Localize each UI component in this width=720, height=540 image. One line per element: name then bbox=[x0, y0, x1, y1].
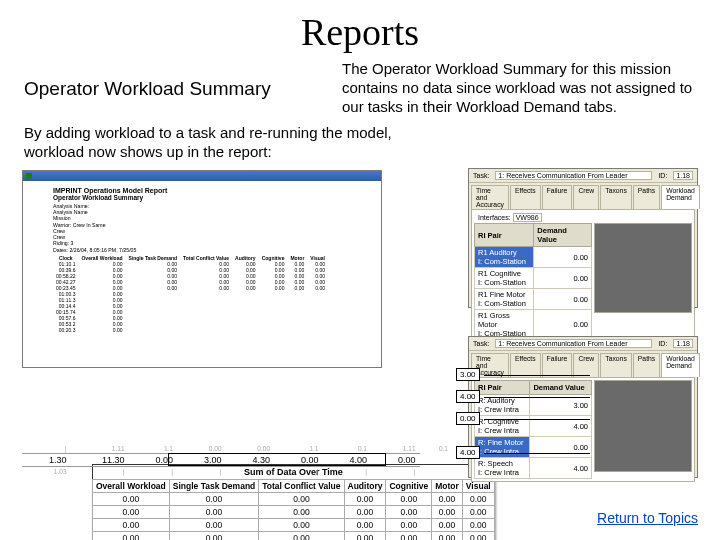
table-row[interactable]: R1 Fine Motor I: Com-Station0.00 bbox=[475, 289, 592, 310]
task-field[interactable]: 1: Receives Communication From Leader bbox=[495, 171, 652, 180]
interfaces-field[interactable]: VW986 bbox=[513, 213, 542, 222]
col-ri-pair: RI Pair bbox=[475, 224, 534, 247]
interfaces-label: Interfaces: bbox=[478, 214, 511, 221]
report-meta: Analysis Name:Analysis NameMissionWarrio… bbox=[27, 203, 377, 253]
description-text: The Operator Workload Summary for this m… bbox=[342, 60, 696, 116]
callout-line bbox=[484, 375, 590, 376]
spreadsheet-titlebar bbox=[23, 171, 381, 181]
table-row[interactable]: R1 Cognitive I: Com-Station0.00 bbox=[475, 268, 592, 289]
table-row[interactable]: R: Speech I: Crew Intra4.00 bbox=[475, 458, 592, 479]
task-label: Task: bbox=[473, 340, 489, 347]
report-title: IMPRINT Operations Model Report bbox=[27, 187, 377, 194]
tab-taxons[interactable]: Taxons bbox=[600, 185, 632, 209]
callout-line bbox=[484, 453, 590, 454]
id-label: ID: bbox=[658, 340, 667, 347]
id-label: ID: bbox=[658, 172, 667, 179]
summary-table: ClockOverall WorkloadSingle Task DemandT… bbox=[53, 255, 328, 333]
tab-taxons[interactable]: Taxons bbox=[600, 353, 632, 377]
tab-crew[interactable]: Crew bbox=[573, 353, 599, 377]
col-demand-value: Demand Value bbox=[530, 381, 592, 395]
return-to-topics-link[interactable]: Return to Topics bbox=[597, 510, 698, 526]
tab-workload-demand[interactable]: Workload Demand bbox=[661, 353, 700, 377]
value-picker-area[interactable] bbox=[594, 223, 692, 313]
tab-effects[interactable]: Effects bbox=[510, 185, 541, 209]
callout-value: 4.00 bbox=[456, 390, 480, 403]
tab-workload-demand[interactable]: Workload Demand bbox=[661, 185, 700, 209]
task-field[interactable]: 1: Receives Communication From Leader bbox=[495, 339, 652, 348]
page-title: Reports bbox=[0, 0, 720, 60]
callout-value: 0.00 bbox=[456, 412, 480, 425]
callout-line bbox=[484, 397, 590, 398]
spreadsheet-panel: IMPRINT Operations Model Report Operator… bbox=[22, 170, 392, 390]
callout-line bbox=[484, 419, 590, 420]
spreadsheet-window: IMPRINT Operations Model Report Operator… bbox=[22, 170, 382, 368]
task-label: Task: bbox=[473, 172, 489, 179]
demand-table-values[interactable]: RI Pair Demand Value R: Auditory I: Crew… bbox=[474, 380, 592, 479]
value-picker-area[interactable] bbox=[594, 380, 692, 472]
demand-panel-zero: Task: 1: Receives Communication From Lea… bbox=[468, 168, 698, 308]
tab-effects[interactable]: Effects bbox=[510, 353, 541, 377]
header-row: Operator Workload Summary The Operator W… bbox=[0, 60, 720, 116]
tab-failure[interactable]: Failure bbox=[542, 353, 573, 377]
caption-after: By adding workload to a task and re-runn… bbox=[0, 116, 470, 168]
tab-failure[interactable]: Failure bbox=[542, 185, 573, 209]
table-row[interactable]: R1 Gross Motor I: Com-Station0.00 bbox=[475, 310, 592, 340]
callout-value: 3.00 bbox=[456, 368, 480, 381]
table-row[interactable]: R1 Auditory I: Com-Station0.00 bbox=[475, 247, 592, 268]
demand-panel-values: Task: 1: Receives Communication From Lea… bbox=[468, 336, 698, 478]
report-subtitle: Operator Workload Summary bbox=[27, 194, 377, 201]
tab-time-and-accuracy[interactable]: Time and Accuracy bbox=[471, 185, 509, 209]
subheading: Operator Workload Summary bbox=[24, 60, 324, 116]
col-ri-pair: RI Pair bbox=[475, 381, 530, 395]
id-field[interactable]: 1.18 bbox=[673, 339, 693, 348]
tab-paths[interactable]: Paths bbox=[633, 353, 660, 377]
callout-value: 4.00 bbox=[456, 446, 480, 459]
col-demand-value: Demand Value bbox=[534, 224, 592, 247]
result-highlight-box bbox=[168, 453, 386, 466]
tab-paths[interactable]: Paths bbox=[633, 185, 660, 209]
id-field[interactable]: 1.18 bbox=[673, 171, 693, 180]
table-row[interactable]: R: Fine Motor I: Crew Intra0.00 bbox=[475, 437, 592, 458]
excel-icon bbox=[26, 173, 32, 179]
tab-crew[interactable]: Crew bbox=[573, 185, 599, 209]
